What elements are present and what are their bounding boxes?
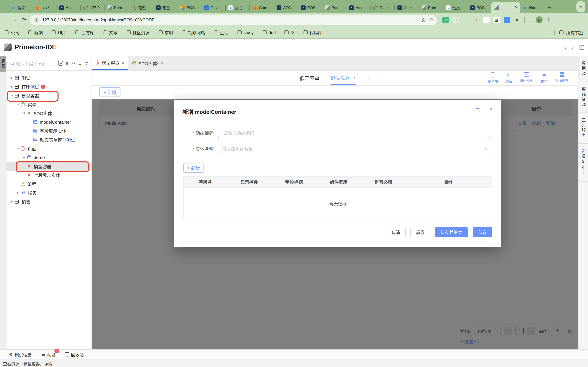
reload-icon[interactable]: ⟳ xyxy=(19,17,29,23)
extension-icon[interactable]: ◌ xyxy=(463,17,469,23)
tree-item[interactable]: 流程 xyxy=(7,179,92,188)
bookmark-folder[interactable]: 三方库 xyxy=(75,29,94,36)
right-rail-tab[interactable]: 命名Sql xyxy=(579,144,588,182)
site-info-icon[interactable]: ⓘ xyxy=(33,17,39,23)
browser-tab[interactable]: 文心 xyxy=(226,2,250,13)
bookmark-folder[interactable]: 代码库 xyxy=(303,29,322,36)
bookmark-folder[interactable]: ddd xyxy=(262,30,276,35)
extension-icon[interactable]: ▦ xyxy=(493,17,500,23)
add-record-button[interactable]: + 新增 xyxy=(99,87,121,97)
browser-tab[interactable]: AFC xyxy=(274,2,298,13)
bookmark-folder[interactable]: 社区资源 xyxy=(126,29,150,36)
tree-item[interactable]: SDO实体 xyxy=(7,109,92,117)
tree-item[interactable]: 实体 xyxy=(7,100,92,109)
tree-item[interactable]: 字段展示实体 xyxy=(7,126,92,135)
tab-search-chevron-icon[interactable]: ∨ xyxy=(576,1,585,12)
view-selector-tab[interactable]: 默认视图 ▼ xyxy=(331,71,356,85)
browser-tab[interactable]: Prim xyxy=(322,2,346,13)
search-input[interactable]: 输入关键字搜索 xyxy=(16,60,58,67)
browser-tab[interactable]: EOS xyxy=(467,2,491,13)
address-bar[interactable]: ⓘ 127.0.0.1:28079/ide/index.html?appName… xyxy=(30,15,437,25)
browser-tab[interactable]: 普元 xyxy=(8,2,32,13)
bookmark-folder[interactable]: study xyxy=(237,30,254,35)
browser-tab[interactable]: Pack xyxy=(371,2,395,13)
editor-tab[interactable]: 模型容器 × xyxy=(92,56,128,70)
tree-expand-icon[interactable] xyxy=(10,76,15,80)
all-bookmarks[interactable]: 所有书签 xyxy=(554,29,583,36)
browser-tab[interactable]: pts / xyxy=(32,2,56,13)
url-text[interactable]: 127.0.0.1:28079/ide/index.html?appName=E… xyxy=(42,17,417,22)
tree-item[interactable]: 服务 xyxy=(7,188,92,197)
view-action-button[interactable]: 视图设置 xyxy=(555,72,569,83)
browser-tab[interactable]: Nac xyxy=(520,2,544,13)
tree-item[interactable]: 字段展示实体 xyxy=(7,171,92,179)
tab-close-icon[interactable]: ✕ xyxy=(515,5,518,10)
tree-expand-icon[interactable] xyxy=(23,111,27,115)
tree-expand-icon[interactable] xyxy=(17,103,21,106)
bookmark-folder[interactable]: 公司 xyxy=(5,29,19,36)
bottom-toolbar-item[interactable]: 问题 1 xyxy=(42,351,56,358)
bookmark-folder[interactable]: UI库 xyxy=(52,29,66,36)
downloads-icon[interactable]: ↓ xyxy=(529,17,531,23)
explorer-tool-icon[interactable]: ☰ xyxy=(78,61,82,66)
explorer-tool-icon[interactable]: 文 xyxy=(84,61,89,66)
browser-tab[interactable]: EOS xyxy=(298,2,322,13)
tree-item[interactable]: demo xyxy=(7,153,92,162)
tree-expand-icon[interactable] xyxy=(23,156,27,159)
tree-expand-icon[interactable] xyxy=(10,94,15,97)
back-icon[interactable]: ← xyxy=(0,17,9,23)
browser-tab[interactable]: I ✕ xyxy=(491,2,520,13)
view-action-button[interactable]: 编码模式 xyxy=(520,72,533,83)
browser-tab[interactable]: EOS xyxy=(177,2,201,13)
right-rail-tab[interactable]: 数据源 xyxy=(579,56,588,82)
dialog-button[interactable]: 保存并继续 xyxy=(435,227,468,237)
editor-tab-close-icon[interactable]: × xyxy=(161,61,164,66)
browser-tab[interactable]: 预览 xyxy=(129,2,153,13)
extension-icon[interactable]: ❖ xyxy=(514,17,520,23)
browser-tab[interactable]: Prim xyxy=(105,2,129,13)
tree-item[interactable]: 动态表单模型测试 xyxy=(7,135,92,144)
history-back-icon[interactable]: ‹ xyxy=(564,44,566,50)
right-rail-tab[interactable]: 三方服务 xyxy=(579,113,588,144)
dialog-button[interactable]: 取消 xyxy=(386,227,406,237)
form-type-tab[interactable]: 低开表单 xyxy=(300,71,319,85)
bookmark-folder[interactable]: 求职 xyxy=(158,29,173,36)
tree-item[interactable]: 打印测试 ! xyxy=(7,82,92,91)
profile-avatar[interactable]: ● xyxy=(536,16,543,24)
bookmark-folder[interactable]: 文章 xyxy=(103,29,118,36)
right-rail-tab[interactable]: 离线资源 xyxy=(579,82,588,113)
browser-tab[interactable]: 预览 xyxy=(153,2,177,13)
browser-tab[interactable]: 动态 xyxy=(443,2,467,13)
tree-item[interactable]: 页面 xyxy=(7,144,92,153)
browser-tab[interactable]: 127.0 xyxy=(81,2,105,13)
tree-expand-icon[interactable] xyxy=(10,200,15,203)
explorer-tool-icon[interactable]: AI xyxy=(58,61,63,66)
bookmark-folder[interactable]: r2 xyxy=(285,30,294,35)
bottom-toolbar-item[interactable]: 调试信息 xyxy=(9,351,32,358)
browser-tab[interactable]: Afce xyxy=(395,2,419,13)
bottom-toolbar-item[interactable]: 回收站 xyxy=(66,351,84,358)
view-action-button[interactable]: 移动端 xyxy=(488,72,498,83)
view-action-button[interactable]: 预览 xyxy=(541,72,547,83)
forward-icon[interactable]: → xyxy=(9,17,19,23)
editor-tab[interactable]: SDO实体* × xyxy=(128,56,168,70)
bookmark-star-icon[interactable]: ☆ xyxy=(430,17,433,22)
new-tab-button[interactable]: + xyxy=(547,4,551,11)
tree-expand-icon[interactable] xyxy=(10,85,15,88)
explorer-tool-icon[interactable]: ↻ xyxy=(71,61,76,66)
browser-tab[interactable]: Prim xyxy=(419,2,443,13)
browser-menu-icon[interactable]: ⋮ xyxy=(546,17,551,23)
fullscreen-icon[interactable] xyxy=(476,108,479,112)
bookmark-folder[interactable]: 生活 xyxy=(214,29,228,36)
add-view-button[interactable]: + xyxy=(367,75,371,81)
browser-tab[interactable]: Afce xyxy=(346,2,371,13)
extension-icon[interactable]: ⊛ xyxy=(453,17,459,23)
resources-rail-tab[interactable]: 资源 xyxy=(0,56,6,72)
extension-icon[interactable]: X xyxy=(483,17,490,23)
tree-item[interactable]: modelContainer xyxy=(7,117,92,126)
tree-item[interactable]: 销售 xyxy=(7,197,92,206)
extension-icon[interactable]: ↓ xyxy=(504,17,510,23)
tree-expand-icon[interactable] xyxy=(17,191,21,194)
dialog-button[interactable]: 重置 xyxy=(410,227,430,237)
browser-tab[interactable]: Dev xyxy=(201,2,226,13)
